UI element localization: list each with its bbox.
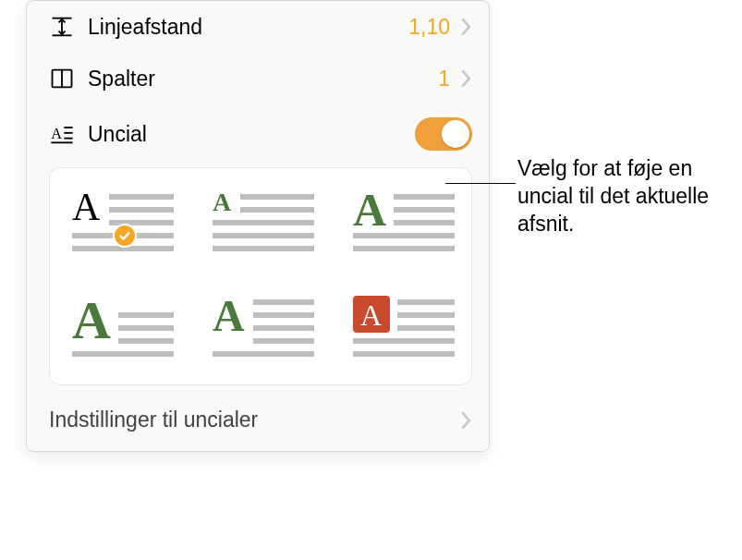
svg-rect-27: [353, 233, 455, 238]
svg-rect-12: [109, 194, 174, 200]
svg-rect-26: [394, 220, 455, 225]
svg-rect-30: [118, 312, 174, 318]
checkmark-icon: [113, 224, 137, 248]
dropcap-style-3[interactable]: A: [353, 187, 456, 261]
svg-rect-25: [394, 207, 455, 213]
svg-rect-45: [353, 338, 455, 344]
svg-rect-35: [253, 299, 314, 305]
uncial-settings-label: Indstillinger til uncialer: [49, 408, 258, 432]
svg-rect-42: [397, 299, 455, 305]
line-spacing-row[interactable]: Linjeafstand 1,10: [27, 1, 489, 53]
dropcap-icon: A: [49, 121, 80, 147]
columns-icon: [49, 66, 80, 91]
chevron-right-icon: [459, 410, 472, 431]
svg-text:A: A: [213, 292, 245, 340]
chevron-right-icon: [459, 17, 472, 37]
line-spacing-label: Linjeafstand: [88, 15, 202, 40]
svg-rect-33: [72, 351, 174, 357]
svg-rect-39: [213, 351, 314, 357]
svg-rect-19: [240, 207, 314, 213]
dropcap-style-1[interactable]: A: [72, 187, 176, 261]
svg-rect-24: [394, 194, 455, 200]
svg-text:A: A: [51, 125, 62, 142]
svg-rect-32: [118, 338, 174, 344]
line-spacing-icon: [49, 14, 80, 40]
dropcap-style-5[interactable]: A: [213, 292, 316, 366]
svg-rect-38: [253, 338, 314, 344]
uncial-toggle[interactable]: [415, 117, 472, 151]
columns-label: Spalter: [88, 67, 155, 91]
svg-rect-46: [353, 351, 455, 357]
svg-text:A: A: [213, 188, 232, 216]
svg-rect-44: [397, 325, 455, 331]
svg-rect-21: [213, 233, 314, 238]
svg-rect-13: [109, 207, 174, 213]
svg-rect-20: [213, 220, 314, 225]
svg-rect-22: [213, 246, 314, 251]
columns-value: 1: [438, 67, 450, 91]
dropcap-style-6[interactable]: A: [353, 292, 456, 366]
svg-rect-31: [118, 325, 174, 331]
svg-text:A: A: [72, 187, 101, 228]
svg-text:A: A: [353, 187, 386, 236]
uncial-label: Uncial: [88, 122, 147, 147]
uncial-row: A Uncial: [27, 104, 489, 164]
line-spacing-value: 1,10: [408, 15, 450, 40]
formatting-panel: Linjeafstand 1,10 Spalter 1 A: [26, 0, 490, 452]
dropcap-styles-card: A A: [49, 167, 472, 385]
svg-rect-28: [353, 246, 455, 251]
dropcap-style-2[interactable]: A: [213, 187, 316, 261]
uncial-settings-row[interactable]: Indstillinger til uncialer: [27, 395, 489, 445]
chevron-right-icon: [459, 68, 472, 89]
callout-leader-line: [445, 183, 516, 184]
svg-rect-18: [240, 194, 314, 200]
svg-rect-43: [397, 312, 455, 318]
svg-rect-37: [253, 325, 314, 331]
dropcap-style-4[interactable]: A: [72, 292, 176, 366]
columns-row[interactable]: Spalter 1: [27, 53, 489, 104]
callout-text: Vælg for at føje en uncial til det aktue…: [517, 155, 730, 238]
svg-rect-36: [253, 312, 314, 318]
svg-text:A: A: [72, 292, 111, 350]
svg-text:A: A: [360, 298, 382, 332]
